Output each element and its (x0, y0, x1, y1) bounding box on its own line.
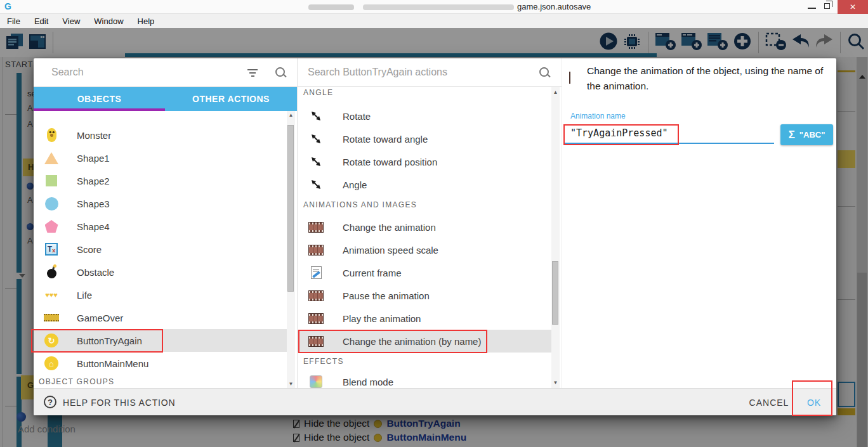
menu-edit[interactable]: Edit (27, 16, 55, 26)
film-icon (305, 336, 327, 347)
action-description: Change the animation of the object, usin… (587, 63, 833, 94)
menu-file[interactable]: File (0, 16, 27, 26)
section-header-angle: ANGLE (303, 88, 333, 97)
circle-icon (40, 197, 63, 211)
title-bar: G game.json.autosave ✕ (0, 0, 868, 14)
help-icon[interactable] (44, 396, 56, 408)
section-header-effects: EFFECTS (303, 357, 344, 366)
object-row-gameover[interactable]: GameOver (34, 306, 287, 329)
search-icon[interactable] (539, 67, 551, 79)
action-row-play-animation[interactable]: Play the animation (297, 307, 551, 330)
object-tabs: OBJECTS OTHER ACTIONS (34, 87, 297, 111)
minimize-button[interactable] (808, 8, 816, 9)
animation-name-input[interactable] (563, 124, 774, 144)
scroll-up-icon[interactable]: ▲ (287, 112, 295, 118)
frame-icon (305, 266, 327, 279)
expression-editor-button[interactable]: Σ "ABC" (780, 124, 833, 145)
home-button-icon (40, 356, 63, 370)
scroll-down-icon[interactable]: ▼ (551, 380, 560, 385)
action-row-angle[interactable]: Angle (297, 173, 551, 196)
app-window: G game.json.autosave ✕ File Edit View Wi… (0, 0, 868, 447)
objects-scrollbar[interactable]: ▲ ▼ (287, 111, 295, 388)
pentagon-icon (40, 220, 63, 233)
action-row-rotate[interactable]: Rotate (297, 105, 551, 127)
film-icon (569, 72, 570, 84)
rotate-icon (305, 133, 327, 145)
bomb-icon (40, 266, 63, 278)
redacted-title-segment (308, 4, 354, 10)
gdevelop-logo-icon: G (4, 1, 11, 11)
actions-scrollbar[interactable]: ▲ ▼ (551, 87, 560, 388)
menu-help[interactable]: Help (131, 16, 162, 26)
search-icon[interactable] (275, 67, 287, 79)
object-row-score[interactable]: Score (34, 238, 287, 261)
dialog-footer: HELP FOR THIS ACTION CANCEL OK (34, 388, 836, 415)
action-row-change-animation[interactable]: Change the animation (297, 216, 551, 238)
film-icon (305, 245, 327, 256)
help-link[interactable]: HELP FOR THIS ACTION (63, 398, 175, 408)
filter-icon[interactable] (247, 68, 258, 77)
window-title: game.json.autosave (517, 2, 591, 11)
animation-name-label: Animation name (570, 112, 626, 120)
scroll-up-icon[interactable]: ▲ (551, 89, 560, 95)
film-icon (305, 222, 327, 233)
film-icon (305, 290, 327, 301)
hearts-icon (40, 291, 63, 299)
object-row-monster[interactable]: Monster (34, 124, 287, 146)
sigma-icon: Σ (789, 129, 795, 141)
object-row-shape4[interactable]: Shape4 (34, 215, 287, 238)
object-row-life[interactable]: Life (34, 283, 287, 306)
object-row-shape3[interactable]: Shape3 (34, 192, 287, 215)
action-row-rotate-toward-angle[interactable]: Rotate toward angle (297, 127, 551, 150)
scroll-down-icon[interactable]: ▼ (287, 381, 295, 387)
tab-objects[interactable]: OBJECTS (34, 87, 165, 111)
action-row-current-frame[interactable]: Current frame (297, 261, 551, 284)
objects-search-input[interactable] (51, 67, 242, 78)
object-row-buttonmainmenu[interactable]: ButtonMainMenu (34, 352, 287, 375)
object-row-shape1[interactable]: Shape1 (34, 146, 287, 169)
ok-button[interactable]: OK (800, 394, 828, 411)
action-row-change-animation-by-name[interactable]: Change the animation (by name) (297, 330, 551, 353)
rotate-icon (305, 178, 327, 191)
restore-button[interactable] (824, 3, 830, 9)
object-row-shape2[interactable]: Shape2 (34, 169, 287, 192)
triangle-icon (40, 152, 63, 164)
actions-search-box (298, 58, 562, 87)
menu-window[interactable]: Window (87, 16, 130, 26)
panel-divider (562, 58, 562, 388)
actions-search-input[interactable] (308, 67, 498, 78)
rotate-icon (305, 155, 327, 168)
object-row-buttontryagain[interactable]: ButtonTryAgain (34, 329, 287, 352)
menu-view[interactable]: View (55, 16, 87, 26)
active-tab-indicator (34, 108, 165, 111)
cancel-button[interactable]: CANCEL (743, 394, 795, 411)
menu-bar: File Edit View Window Help (0, 14, 868, 28)
banner-icon (40, 314, 63, 321)
tab-other-actions[interactable]: OTHER ACTIONS (165, 87, 297, 111)
scrollbar-thumb[interactable] (552, 261, 558, 325)
action-row-pause-animation[interactable]: Pause the animation (297, 284, 551, 307)
monster-icon (40, 128, 63, 142)
action-row-rotate-toward-position[interactable]: Rotate toward position (297, 150, 551, 173)
rotate-icon (305, 110, 327, 122)
object-row-obstacle[interactable]: Obstacle (34, 261, 287, 283)
action-row-animation-speed-scale[interactable]: Animation speed scale (297, 238, 551, 261)
close-button[interactable]: ✕ (838, 0, 868, 14)
redacted-title-segment (363, 4, 514, 10)
section-header-animations: ANIMATIONS AND IMAGES (303, 200, 417, 209)
film-icon (305, 313, 327, 324)
square-icon (40, 175, 63, 186)
action-editor-dialog: OBJECTS OTHER ACTIONS Monster Shape1 Sha… (34, 58, 836, 415)
retry-button-icon (40, 334, 63, 347)
text-object-icon (40, 243, 63, 256)
scrollbar-thumb[interactable] (287, 125, 294, 292)
object-groups-header: OBJECT GROUPS (39, 377, 114, 386)
objects-search-box (34, 58, 297, 87)
blend-mode-icon (305, 375, 327, 388)
